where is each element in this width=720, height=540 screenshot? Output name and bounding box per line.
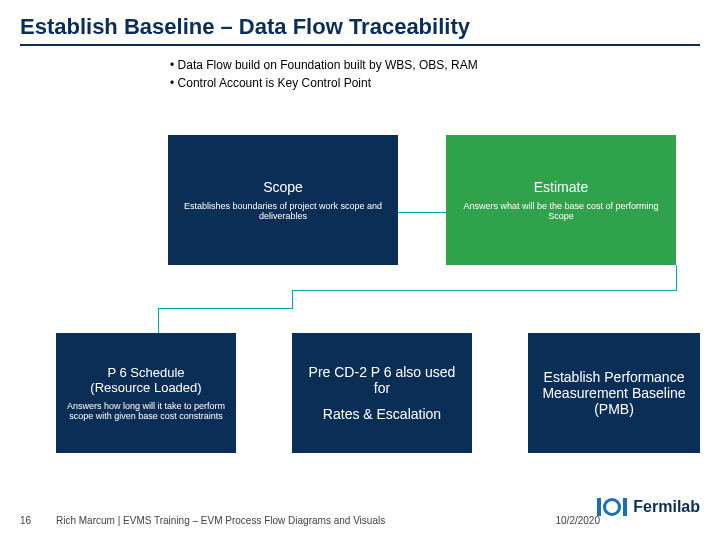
pmb-box: Establish Performance Measurement Baseli… [528, 333, 700, 453]
bullet-list: Data Flow build on Foundation built by W… [170, 58, 478, 94]
bullet-item: Data Flow build on Foundation built by W… [170, 58, 478, 72]
logo-text: Fermilab [633, 498, 700, 516]
connector [292, 290, 293, 308]
footer-date: 10/2/2020 [556, 515, 601, 526]
fermilab-logo: Fermilab [597, 498, 700, 516]
scope-sublabel: Establishes boundaries of project work s… [168, 201, 398, 221]
estimate-label: Estimate [534, 179, 588, 195]
precd-box: Pre CD-2 P 6 also used for Rates & Escal… [292, 333, 472, 453]
page-title: Establish Baseline – Data Flow Traceabil… [20, 14, 470, 40]
scope-label: Scope [263, 179, 303, 195]
estimate-sublabel: Answers what will be the base cost of pe… [446, 201, 676, 221]
p6-label-2: (Resource Loaded) [90, 380, 201, 395]
precd-label-1: Pre CD-2 P 6 also used for [292, 364, 472, 396]
connector [292, 290, 677, 291]
logo-mark-icon [597, 498, 627, 516]
connector [158, 308, 293, 309]
connector [676, 265, 677, 290]
connector [158, 308, 159, 333]
slide-number: 16 [20, 515, 31, 526]
connector [398, 212, 446, 213]
precd-label-2: Rates & Escalation [323, 406, 441, 422]
slide: Establish Baseline – Data Flow Traceabil… [0, 0, 720, 540]
bullet-item: Control Account is Key Control Point [170, 76, 478, 90]
scope-box: Scope Establishes boundaries of project … [168, 135, 398, 265]
estimate-box: Estimate Answers what will be the base c… [446, 135, 676, 265]
footer-text: Rich Marcum | EVMS Training – EVM Proces… [56, 515, 385, 526]
pmb-label: Establish Performance Measurement Baseli… [528, 369, 700, 417]
p6-sublabel: Answers how long will it take to perform… [56, 401, 236, 421]
title-underline [20, 44, 700, 46]
p6-label-1: P 6 Schedule [107, 365, 184, 380]
p6-schedule-box: P 6 Schedule (Resource Loaded) Answers h… [56, 333, 236, 453]
